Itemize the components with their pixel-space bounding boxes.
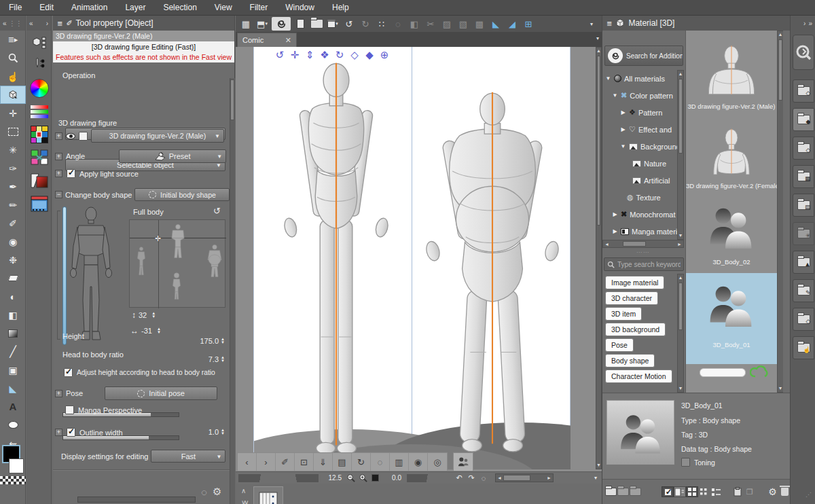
scroll-right-icon[interactable]: ► [545, 475, 553, 480]
tool-ruler[interactable]: ◣ [0, 379, 26, 397]
color-slider-icon[interactable] [26, 100, 52, 123]
stepper-icon[interactable]: ▲▼ [221, 338, 225, 344]
menu-animation[interactable]: Animation [62, 3, 116, 12]
figure-checkbox[interactable] [79, 132, 88, 141]
expand-icon[interactable]: › [46, 20, 48, 27]
scroll-up-icon[interactable]: ▲ [596, 48, 601, 54]
tag-body-shape[interactable]: Body shape [605, 354, 655, 367]
new-file-icon[interactable] [293, 17, 307, 31]
zoom-slider[interactable] [238, 474, 278, 482]
horizontal-scrollbar[interactable]: ◄ ► [495, 473, 554, 482]
panel-menu-icon[interactable]: ≣ [606, 20, 612, 27]
collapse-icon[interactable]: « [29, 20, 33, 27]
tool-move-layer[interactable]: ✛ [0, 104, 26, 122]
tool-airbrush[interactable]: ◉ [0, 232, 26, 251]
tool-blend[interactable]: ◐ [0, 287, 26, 306]
expand-icon[interactable]: › [803, 20, 805, 27]
tool-eyedropper[interactable]: ✑ [0, 159, 26, 177]
object-rotate-icon[interactable]: ↻ [332, 48, 347, 62]
list-view-icon[interactable] [710, 486, 722, 497]
menu-selection[interactable]: Selection [154, 3, 205, 12]
tab-3d-object[interactable]: ◇ [793, 137, 814, 160]
tree-scrollbar[interactable]: ▲ ▼ [677, 70, 684, 240]
zoom-out-icon[interactable] [344, 473, 357, 483]
color-wheel-icon[interactable] [26, 77, 52, 100]
settings-gear-icon[interactable]: ⚙ [767, 486, 779, 497]
snap-ruler-icon[interactable]: ◣ [489, 17, 503, 31]
stepper-icon[interactable]: ▲▼ [151, 312, 156, 319]
toning-checkbox[interactable] [681, 458, 690, 467]
object-snap-ground-icon[interactable]: ◆ [362, 48, 377, 62]
menu-window[interactable]: Window [276, 3, 323, 12]
clip-studio-logo-icon[interactable] [272, 17, 291, 31]
object-move-icon[interactable]: ❖ [317, 48, 332, 62]
tree-horizontal-scrollbar[interactable]: ◄► [602, 240, 684, 248]
splitter-handle[interactable]: ⋯⋯ [636, 249, 650, 255]
rotation-slider[interactable] [407, 474, 443, 482]
expand-plus-icon[interactable]: + [55, 390, 62, 397]
search-input[interactable] [617, 258, 681, 270]
reset-rotation-icon[interactable]: ◌ [477, 473, 490, 483]
body-shape-pad[interactable]: ✛ [129, 219, 225, 308]
menu-filter[interactable]: Filter [241, 3, 277, 12]
tag-image-material[interactable]: Image material [605, 276, 664, 289]
tag-scrollbar[interactable]: ▲ ▼ [677, 274, 684, 393]
export-material-icon[interactable]: ❐ [744, 486, 756, 497]
horizontal-offset-value[interactable]: -31 [141, 327, 152, 335]
figure-heavy[interactable] [426, 79, 559, 466]
tool-balloon[interactable] [0, 416, 26, 434]
save-file-icon[interactable]: ▾ [326, 17, 340, 31]
intermediate-color-icon[interactable] [26, 146, 52, 169]
initial-body-shape-button[interactable]: Initial body shape [134, 188, 230, 201]
folder-up-icon[interactable] [617, 486, 630, 497]
material-item-female[interactable]: 3D drawing figure-Ver.2 (Female) [686, 115, 777, 194]
tool-object[interactable] [0, 86, 26, 104]
expand-plus-icon[interactable]: + [55, 170, 62, 177]
display-settings-dropdown[interactable]: Fast▼ [151, 450, 225, 463]
deselect-icon[interactable]: ∷ [375, 17, 388, 31]
reselect-icon[interactable]: ◌ [391, 17, 405, 31]
large-thumbnail-view-icon[interactable] [686, 486, 698, 497]
tool-selection[interactable] [0, 122, 26, 141]
initial-pose-button[interactable]: Initial pose [105, 386, 217, 400]
tool-pencil[interactable]: ✏ [0, 196, 26, 214]
height-indicator-bar[interactable] [62, 206, 67, 345]
canvas-vertical-scrollbar[interactable]: ▲ ▼ [596, 47, 602, 469]
tree-item-monochromatic[interactable]: ▶✖Monochromat [602, 206, 677, 223]
checkbox-view-icon[interactable] [662, 486, 674, 497]
launcher-prev-icon[interactable]: ‹ [238, 453, 257, 471]
height-value[interactable]: 175.0 [197, 337, 219, 345]
camera-rotate-icon[interactable]: ↺ [272, 48, 287, 62]
transparent-color-swatch[interactable] [0, 476, 26, 484]
snap-grid-icon[interactable]: ⊞ [522, 17, 535, 31]
tool-gradient[interactable] [0, 324, 26, 342]
edit-character-button[interactable] [453, 452, 473, 471]
tab-effect[interactable]: ✳ [793, 222, 814, 245]
outline-width-checkbox[interactable] [67, 428, 75, 437]
scroll-left-icon[interactable]: ◄ [496, 475, 503, 480]
menu-layer[interactable]: Layer [116, 3, 154, 12]
manga-perspective-checkbox[interactable] [65, 406, 74, 414]
figure-dropdown[interactable]: 3D drawing figure-Ver.2 (Male)▼ [91, 129, 224, 143]
delete-trash-icon[interactable] [778, 486, 791, 497]
menu-help[interactable]: Help [323, 3, 358, 12]
tag-pose[interactable]: Pose [605, 338, 634, 352]
object-rotate-3d-icon[interactable]: ◇ [347, 48, 362, 62]
material-search-tab[interactable] [793, 35, 814, 70]
launcher-flip-pose-icon[interactable]: ↻ [352, 453, 371, 471]
vertical-offset-value[interactable]: 32 [139, 311, 147, 319]
reset-icon[interactable]: ↺ [213, 206, 221, 216]
resize-grip[interactable]: ⋰ [805, 491, 812, 498]
launcher-focus-icon[interactable]: ⊡ [295, 453, 314, 471]
tablet-mode-icon[interactable]: ⬒▾ [255, 17, 269, 31]
material-item-body02[interactable]: 3D_Body_02 [686, 194, 777, 273]
keyword-search-box[interactable] [604, 257, 684, 271]
snap-special-ruler-icon[interactable]: ◢ [505, 17, 519, 31]
sub-tool-palette-icon[interactable] [26, 31, 52, 54]
expand-plus-icon[interactable]: + [55, 153, 62, 160]
overflow-icon[interactable]: ▾ [585, 17, 598, 31]
collapse-minus-icon[interactable]: − [55, 191, 62, 198]
workspace-grid-icon[interactable]: ▦ [239, 17, 253, 31]
menu-view[interactable]: View [206, 3, 241, 12]
tool-settings-icon[interactable]: ✐ [66, 19, 72, 28]
